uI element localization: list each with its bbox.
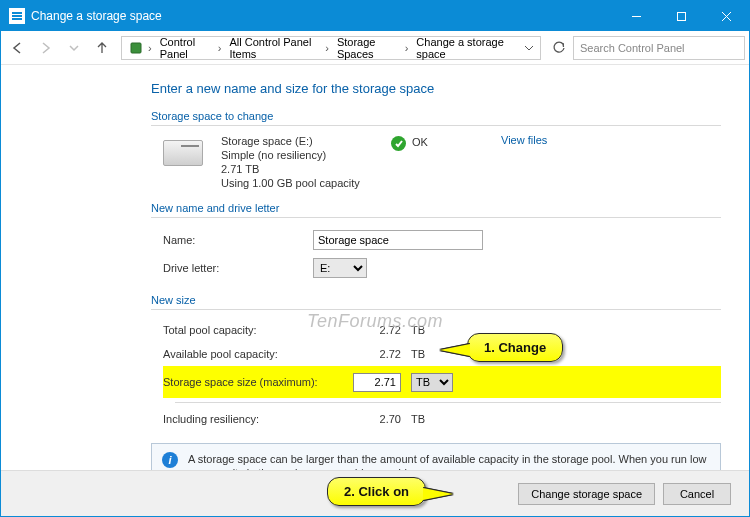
page-title: Enter a new name and size for the storag… bbox=[151, 81, 721, 96]
name-label: Name: bbox=[163, 234, 313, 246]
app-icon bbox=[9, 8, 25, 24]
change-storage-space-button[interactable]: Change storage space bbox=[518, 483, 655, 505]
breadcrumb-root-icon[interactable]: › bbox=[124, 37, 156, 59]
divider bbox=[175, 402, 721, 403]
drive-letter-select[interactable]: E: bbox=[313, 258, 367, 278]
close-button[interactable] bbox=[704, 1, 749, 31]
titlebar: Change a storage space bbox=[1, 1, 749, 31]
space-info: Storage space (E:) Simple (no resiliency… bbox=[221, 134, 391, 190]
breadcrumb-label: Storage Spaces bbox=[337, 36, 401, 60]
breadcrumb-dropdown[interactable] bbox=[520, 37, 538, 59]
breadcrumb-label: Control Panel bbox=[160, 36, 214, 60]
minimize-button[interactable] bbox=[614, 1, 659, 31]
maximize-button[interactable] bbox=[659, 1, 704, 31]
row-value: 2.70 bbox=[353, 413, 411, 425]
recent-locations-button[interactable] bbox=[61, 35, 87, 61]
info-box: i A storage space can be larger than the… bbox=[151, 443, 721, 470]
window-buttons bbox=[614, 1, 749, 31]
search-input[interactable]: Search Control Panel bbox=[573, 36, 745, 60]
back-button[interactable] bbox=[5, 35, 31, 61]
row-resiliency: Including resiliency: 2.70 TB bbox=[163, 407, 721, 431]
breadcrumb-item-1[interactable]: All Control Panel Items› bbox=[225, 37, 332, 59]
space-resiliency: Simple (no resiliency) bbox=[221, 148, 391, 162]
row-label: Total pool capacity: bbox=[163, 324, 353, 336]
name-input[interactable] bbox=[313, 230, 483, 250]
breadcrumb-label: All Control Panel Items bbox=[229, 36, 321, 60]
row-label: Including resiliency: bbox=[163, 413, 353, 425]
row-value: 2.72 bbox=[353, 324, 411, 336]
space-name: Storage space (E:) bbox=[221, 134, 391, 148]
callout-click: 2. Click on bbox=[327, 477, 426, 506]
breadcrumb[interactable]: › Control Panel› All Control Panel Items… bbox=[121, 36, 541, 60]
content: Enter a new name and size for the storag… bbox=[1, 65, 749, 470]
row-value: 2.72 bbox=[353, 348, 411, 360]
forward-button[interactable] bbox=[33, 35, 59, 61]
space-size: 2.71 TB bbox=[221, 162, 391, 176]
space-usage: Using 1.00 GB pool capacity bbox=[221, 176, 391, 190]
breadcrumb-item-3[interactable]: Change a storage space bbox=[412, 37, 520, 59]
up-button[interactable] bbox=[89, 35, 115, 61]
row-maximum: Storage space size (maximum): TB bbox=[163, 366, 721, 398]
svg-rect-0 bbox=[678, 12, 686, 20]
ok-icon bbox=[391, 136, 406, 151]
section-name: New name and drive letter Name: Drive le… bbox=[151, 202, 721, 282]
status: OK bbox=[391, 134, 501, 151]
window: Change a storage space › Control Panel› … bbox=[0, 0, 750, 517]
section-header: Storage space to change bbox=[151, 110, 721, 126]
window-title: Change a storage space bbox=[31, 9, 614, 23]
breadcrumb-item-2[interactable]: Storage Spaces› bbox=[333, 37, 412, 59]
navbar: › Control Panel› All Control Panel Items… bbox=[1, 31, 749, 65]
section-size: New size Total pool capacity: 2.72 TB Av… bbox=[151, 294, 721, 431]
callout-text: 2. Click on bbox=[344, 484, 409, 499]
unit-select[interactable]: TB bbox=[411, 373, 453, 392]
section-header: New name and drive letter bbox=[151, 202, 721, 218]
row-unit: TB bbox=[411, 413, 451, 425]
callout-text: 1. Change bbox=[484, 340, 546, 355]
breadcrumb-label: Change a storage space bbox=[416, 36, 516, 60]
callout-change: 1. Change bbox=[467, 333, 563, 362]
row-total: Total pool capacity: 2.72 TB bbox=[163, 318, 721, 342]
drive-icon bbox=[163, 140, 203, 166]
row-label: Storage space size (maximum): bbox=[163, 376, 353, 389]
section-header: New size bbox=[151, 294, 721, 310]
info-text: A storage space can be larger than the a… bbox=[188, 452, 710, 470]
row-unit: TB bbox=[411, 324, 451, 336]
cancel-button[interactable]: Cancel bbox=[663, 483, 731, 505]
status-text: OK bbox=[412, 136, 428, 148]
breadcrumb-item-0[interactable]: Control Panel› bbox=[156, 37, 226, 59]
refresh-button[interactable] bbox=[547, 36, 571, 60]
view-files-link[interactable]: View files bbox=[501, 134, 547, 146]
info-icon: i bbox=[162, 452, 178, 468]
search-placeholder: Search Control Panel bbox=[580, 42, 685, 54]
svg-rect-1 bbox=[131, 43, 141, 53]
row-label: Available pool capacity: bbox=[163, 348, 353, 360]
size-input[interactable] bbox=[353, 373, 401, 392]
drive-letter-label: Drive letter: bbox=[163, 262, 313, 274]
section-change: Storage space to change Storage space (E… bbox=[151, 110, 721, 190]
